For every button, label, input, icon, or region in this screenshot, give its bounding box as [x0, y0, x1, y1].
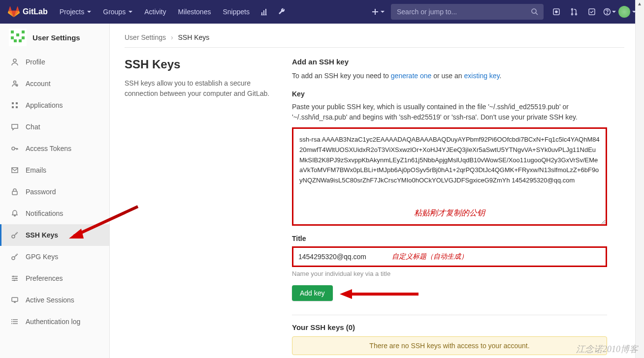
issues-icon[interactable]	[547, 0, 565, 24]
svg-point-6	[532, 9, 536, 13]
sidebar-item-preferences[interactable]: Preferences	[0, 268, 109, 289]
svg-point-37	[16, 278, 17, 279]
sidebar-item-ssh-keys[interactable]: SSH Keys	[0, 224, 109, 246]
sidebar-item-label: Applications	[26, 101, 63, 109]
key-textarea[interactable]: ssh-rsa AAAAB3NzaC1yc2EAAAADAQABAAABAQDu…	[292, 127, 607, 226]
svg-rect-19	[16, 33, 19, 36]
svg-point-12	[576, 14, 577, 15]
sidebar-item-access-tokens[interactable]: Access Tokens	[0, 138, 109, 159]
search-icon	[531, 8, 539, 16]
svg-point-31	[12, 147, 15, 150]
list-icon	[11, 318, 19, 326]
gitlab-icon	[8, 6, 20, 18]
breadcrumb-root[interactable]: User Settings	[125, 33, 166, 41]
svg-rect-20	[11, 36, 14, 39]
sidebar-item-label: Emails	[26, 166, 46, 174]
annotation-title: 自定义标题（自动生成）	[392, 252, 468, 261]
sidebar-item-authentication-log[interactable]: Authentication log	[0, 311, 109, 332]
help-icon[interactable]	[601, 0, 618, 24]
svg-rect-21	[22, 36, 25, 39]
sidebar-item-label: Active Sessions	[26, 296, 74, 304]
section-add-title: Add an SSH key	[292, 58, 607, 66]
svg-point-11	[572, 14, 573, 15]
svg-point-9	[555, 11, 557, 13]
lock-icon	[11, 188, 19, 196]
svg-point-41	[11, 321, 12, 322]
breadcrumb: User Settings › SSH Keys	[125, 33, 624, 41]
apps-icon	[11, 101, 19, 109]
user-menu[interactable]	[618, 0, 636, 24]
add-key-button[interactable]: Add key	[292, 285, 333, 301]
your-keys-title: Your SSH keys (0)	[292, 323, 607, 331]
annotation-key: 粘贴刚才复制的公钥	[414, 207, 485, 219]
brand-logo[interactable]: GitLab	[8, 6, 48, 18]
svg-point-10	[572, 9, 573, 10]
bell-icon	[11, 209, 19, 217]
existing-key-link[interactable]: existing key	[464, 72, 500, 80]
chat-icon	[11, 123, 19, 131]
sidebar-item-emails[interactable]: Emails	[0, 159, 109, 181]
global-search	[391, 4, 544, 20]
sidebar-header: User Settings	[0, 24, 109, 51]
todos-icon[interactable]	[583, 0, 601, 24]
search-input[interactable]	[391, 4, 544, 20]
svg-rect-17	[11, 30, 14, 33]
svg-rect-27	[12, 102, 14, 104]
nav-projects[interactable]: Projects	[54, 0, 97, 24]
svg-rect-28	[16, 102, 18, 104]
sidebar-item-label: Password	[26, 188, 56, 196]
settings-sidebar: User Settings ProfileAccountApplications…	[0, 24, 110, 358]
sidebar-item-notifications[interactable]: Notifications	[0, 203, 109, 224]
sidebar-item-chat[interactable]: Chat	[0, 116, 109, 138]
avatar-icon	[618, 6, 630, 18]
nav-groups[interactable]: Groups	[97, 0, 138, 24]
token-icon	[11, 145, 19, 152]
sidebar-item-profile[interactable]: Profile	[0, 51, 109, 73]
account-icon	[11, 80, 19, 88]
key-icon	[11, 231, 19, 239]
merge-requests-icon[interactable]	[565, 0, 583, 24]
svg-rect-1	[263, 10, 264, 15]
sidebar-item-label: GPG Keys	[26, 253, 58, 261]
sidebar-item-applications[interactable]: Applications	[0, 94, 109, 116]
profile-icon	[11, 58, 19, 66]
key-label: Key	[292, 90, 607, 98]
sidebar-item-label: Access Tokens	[26, 145, 71, 152]
title-field-wrap: 自定义标题（自动生成）	[292, 246, 607, 267]
nav-snippets[interactable]: Snippets	[217, 0, 255, 24]
page-scrollbar[interactable]: ▲	[635, 0, 644, 358]
brand-text: GitLab	[23, 7, 48, 16]
nav-milestones[interactable]: Milestones	[172, 0, 217, 24]
sidebar-item-label: SSH Keys	[26, 231, 58, 239]
sidebar-item-gpg-keys[interactable]: GPG Keys	[0, 246, 109, 268]
top-navbar: GitLab Projects Groups Activity Mileston…	[0, 0, 644, 24]
plus-icon[interactable]	[369, 0, 387, 24]
svg-point-24	[13, 59, 16, 62]
nav-activity[interactable]: Activity	[138, 0, 172, 24]
svg-rect-39	[12, 298, 18, 301]
svg-rect-22	[14, 39, 17, 42]
svg-point-25	[14, 81, 16, 84]
title-hint: Name your individual key via a title	[292, 270, 607, 277]
svg-rect-32	[12, 168, 18, 173]
svg-point-38	[14, 280, 15, 281]
key-icon	[11, 253, 19, 261]
wrench-icon[interactable]	[273, 0, 291, 24]
sidebar-item-active-sessions[interactable]: Active Sessions	[0, 289, 109, 311]
page-title: SSH Keys	[125, 58, 272, 71]
add-help-text: To add an SSH key you need to generate o…	[292, 71, 607, 81]
chart-icon[interactable]	[256, 0, 273, 24]
svg-point-15	[607, 13, 607, 14]
sliders-icon	[11, 274, 19, 282]
sidebar-item-password[interactable]: Password	[0, 181, 109, 203]
svg-rect-3	[261, 15, 267, 15]
identicon-icon	[9, 29, 27, 46]
svg-line-7	[536, 13, 538, 15]
svg-rect-2	[265, 9, 266, 15]
breadcrumb-current: SSH Keys	[178, 33, 210, 41]
svg-point-36	[13, 276, 14, 277]
sidebar-item-account[interactable]: Account	[0, 73, 109, 94]
generate-key-link[interactable]: generate one	[391, 72, 432, 80]
no-keys-notice: There are no SSH keys with access to you…	[292, 336, 607, 355]
title-input[interactable]	[298, 253, 382, 261]
